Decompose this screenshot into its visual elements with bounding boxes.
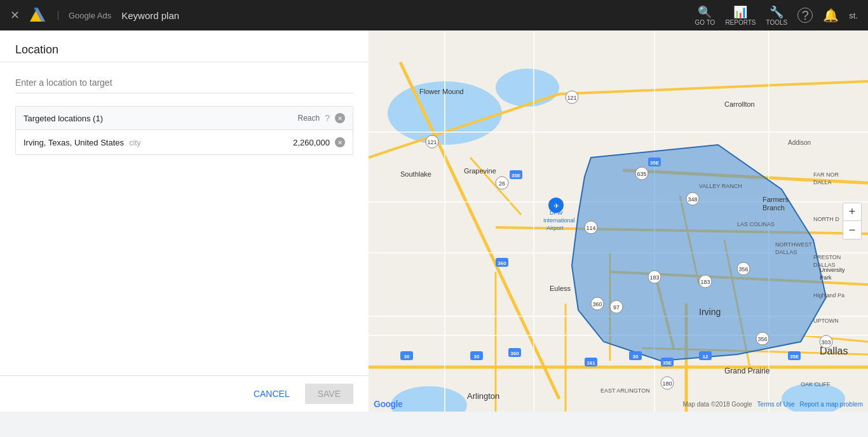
map-zoom-controls: + − (843, 203, 862, 239)
zoom-in-button[interactable]: + (843, 203, 861, 221)
svg-text:35E: 35E (512, 173, 521, 178)
svg-text:UPTOWN: UPTOWN (813, 318, 839, 324)
svg-text:35E: 35E (663, 360, 672, 366)
targeted-header-right: Reach ? ✕ (298, 113, 345, 123)
report-map-problem-link[interactable]: Report a map problem (800, 401, 864, 408)
map-data-label: Map data ©2018 Google (682, 401, 752, 408)
svg-text:635: 635 (637, 171, 646, 177)
svg-text:Euless: Euless (550, 285, 571, 292)
dialog-body: Targeted locations (1) Reach ? ✕ Irving,… (0, 62, 369, 375)
location-search-input[interactable] (15, 72, 353, 93)
targeted-section-header: Targeted locations (1) Reach ? ✕ (16, 107, 353, 130)
svg-text:180: 180 (662, 380, 672, 387)
main-layout: Keyword ideas Plan overview Ad groups Ke… (0, 30, 868, 412)
svg-text:DALLA: DALLA (813, 179, 832, 185)
targeted-locations-label: Targeted locations (1) (24, 114, 103, 123)
reach-column-label: Reach (298, 114, 320, 123)
svg-text:Southlake: Southlake (400, 170, 431, 178)
svg-point-5 (496, 69, 559, 107)
cancel-button[interactable]: CANCEL (246, 384, 297, 404)
svg-text:Flower Mound: Flower Mound (419, 88, 464, 95)
location-type: city (129, 138, 140, 147)
svg-text:30: 30 (474, 354, 480, 360)
remove-all-button[interactable]: ✕ (335, 113, 345, 123)
svg-text:356: 356 (738, 266, 748, 272)
svg-text:Highland Pa: Highland Pa (813, 292, 844, 299)
google-ads-logo (27, 5, 48, 25)
location-row-right: 2,260,000 ✕ (293, 137, 345, 147)
page-title: Keyword plan (121, 10, 179, 21)
svg-text:LAS COLINAS: LAS COLINAS (737, 221, 775, 227)
svg-text:Farmers: Farmers (763, 196, 789, 203)
svg-text:35E: 35E (790, 354, 799, 360)
location-reach-value: 2,260,000 (293, 138, 330, 147)
svg-text:356: 356 (757, 336, 767, 342)
tools-button[interactable]: 🔧 TOOLS (766, 5, 788, 26)
reach-help-icon[interactable]: ? (325, 113, 330, 123)
svg-text:183: 183 (649, 274, 659, 281)
svg-text:121: 121 (567, 95, 576, 101)
map-footer: Google Map data ©2018 Google Terms of Us… (369, 399, 868, 409)
svg-text:30: 30 (633, 354, 639, 360)
dialog-title: Location (15, 43, 353, 57)
map-attribution: Map data ©2018 Google Terms of Use Repor… (682, 401, 863, 408)
svg-text:30: 30 (404, 354, 410, 360)
location-name-cell: Irving, Texas, United States city (24, 137, 140, 148)
svg-text:360: 360 (510, 351, 519, 356)
svg-text:161: 161 (587, 360, 595, 366)
help-icon[interactable]: ? (797, 8, 813, 23)
svg-text:360: 360 (592, 301, 602, 307)
google-logo: Google (374, 399, 402, 409)
svg-text:NORTH D: NORTH D (813, 216, 839, 222)
svg-text:OAK CLIFF: OAK CLIFF (801, 381, 831, 387)
dialog-left-panel: Location Targeted locations (1) Reach ? … (0, 30, 369, 412)
map-svg: 121 121 635 114 183 183 97 348 356 356 (369, 30, 868, 412)
location-dialog: Location Targeted locations (1) Reach ? … (0, 30, 868, 412)
svg-text:Addison: Addison (788, 139, 811, 146)
svg-text:Grand Prairie: Grand Prairie (724, 366, 770, 375)
svg-text:Irving: Irving (699, 307, 721, 317)
svg-text:Park: Park (820, 274, 832, 281)
save-button[interactable]: SAVE (305, 384, 353, 404)
notifications-icon[interactable]: 🔔 (823, 8, 839, 23)
top-nav-right: 🔍 GO TO 📊 REPORTS 🔧 TOOLS ? 🔔 st. (695, 5, 858, 26)
svg-text:360: 360 (498, 260, 506, 266)
svg-text:26: 26 (499, 180, 505, 187)
svg-text:NORTHWEST: NORTHWEST (775, 241, 812, 248)
svg-text:DALLAS: DALLAS (775, 249, 797, 255)
svg-text:303: 303 (821, 339, 831, 346)
zoom-out-button[interactable]: − (843, 221, 861, 239)
svg-text:Branch: Branch (763, 204, 785, 212)
svg-text:Grapevine: Grapevine (464, 167, 496, 175)
svg-text:University: University (820, 267, 845, 273)
targeted-location-row: Irving, Texas, United States city 2,260,… (16, 130, 353, 154)
svg-text:183: 183 (700, 279, 710, 285)
svg-text:EAST ARLINGTON: EAST ARLINGTON (600, 387, 650, 394)
dialog-footer: CANCEL SAVE (0, 375, 369, 412)
svg-text:VALLEY RANCH: VALLEY RANCH (699, 183, 742, 189)
svg-text:Airport: Airport (546, 225, 564, 231)
svg-text:✈: ✈ (553, 202, 559, 210)
svg-text:Carrollton: Carrollton (724, 100, 755, 108)
reports-button[interactable]: 📊 REPORTS (725, 5, 756, 26)
svg-text:12: 12 (703, 354, 709, 360)
svg-text:348: 348 (688, 196, 697, 203)
targeted-locations-section: Targeted locations (1) Reach ? ✕ Irving,… (15, 106, 353, 155)
terms-of-use-link[interactable]: Terms of Use (757, 401, 795, 408)
svg-text:PRESTON: PRESTON (813, 254, 841, 260)
svg-text:97: 97 (613, 304, 620, 311)
svg-text:International: International (543, 217, 575, 224)
svg-text:FAR NOR: FAR NOR (813, 171, 839, 178)
top-navigation: ✕ Google Ads Keyword plan 🔍 GO TO 📊 REPO… (0, 0, 868, 30)
map-panel: 121 121 635 114 183 183 97 348 356 356 (369, 30, 868, 412)
go-to-button[interactable]: 🔍 GO TO (695, 5, 715, 26)
dialog-header: Location (0, 30, 369, 62)
close-icon[interactable]: ✕ (10, 8, 20, 22)
svg-text:121: 121 (427, 139, 437, 145)
svg-text:114: 114 (586, 225, 595, 231)
location-name: Irving, Texas, United States (24, 138, 124, 147)
app-name-label: Google Ads (58, 11, 111, 20)
svg-text:35E: 35E (650, 160, 660, 166)
account-icon[interactable]: st. (849, 11, 858, 20)
remove-location-button[interactable]: ✕ (335, 137, 345, 147)
